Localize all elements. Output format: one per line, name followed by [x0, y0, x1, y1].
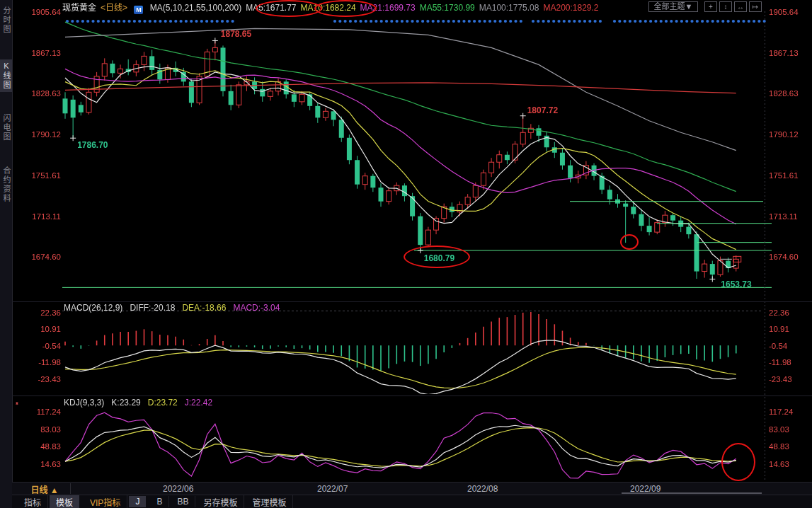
sidebar-item-3[interactable]: 闪电图: [0, 112, 12, 144]
left-axis-tick: 1905.64: [31, 8, 61, 16]
toolbar-tab-4[interactable]: J: [129, 496, 146, 507]
price-marker-label: 1680.79: [424, 253, 454, 263]
right-axis-tick: 1751.61: [769, 171, 799, 180]
left-axis-tick: 22.36: [40, 308, 61, 317]
zoom-vertical-icon[interactable]: ↕: [719, 1, 732, 12]
left-axis-tick: 1867.13: [31, 49, 61, 57]
left-axis-tick: -0.54: [42, 342, 61, 350]
chart-header: 现货黄金<日线> M MA(5,10,21,55,100,200)MA5:167…: [62, 1, 607, 12]
left-axis-tick: 1828.63: [31, 89, 61, 98]
macd-macd-value: MACD:-3.04: [233, 303, 280, 313]
macd-title: MACD(26,12,9): [64, 303, 122, 313]
ma-value-2: MA10:1682.24: [301, 3, 356, 13]
left-axis-tick: 1713.11: [32, 212, 61, 221]
left-sidebar: 分时图K线图闪电图合约资料: [0, 0, 13, 508]
macd-panel-header: MACD(26,12,9)DIFF:-20.18DEA:-18.66MACD:-…: [64, 303, 287, 313]
toolbar-tab-7[interactable]: 另存模板: [197, 495, 244, 508]
kdj-settings-icon[interactable]: *: [16, 401, 18, 409]
candlestick-chart-canvas[interactable]: [0, 0, 812, 508]
toolbar-tab-8[interactable]: 管理模板: [246, 495, 293, 508]
right-axis-tick: -23.43: [769, 375, 792, 383]
period-selector[interactable]: 日线 ▲: [19, 483, 71, 494]
price-marker-label: 1653.73: [721, 279, 751, 289]
ma-values: MA5:1671.77MA10:1682.24MA21:1699.73MA55:…: [246, 3, 602, 13]
left-axis-tick: 10.91: [40, 325, 61, 333]
right-axis-tick: 1867.13: [769, 49, 799, 57]
left-axis-tick: 1790.12: [31, 130, 61, 139]
ma-value-1: MA5:1671.77: [246, 3, 296, 13]
kdj-title: KDJ(9,3,3): [64, 398, 104, 408]
toolbar-tab-6[interactable]: BB: [171, 496, 195, 507]
shift-right-icon[interactable]: ↦: [749, 1, 762, 12]
sidebar-item-4[interactable]: 合约资料: [0, 164, 12, 205]
kdj-d-value: D:23.72: [148, 398, 178, 408]
price-marker-label: 1786.70: [77, 140, 108, 150]
toolbar-tab-2[interactable]: 模板: [50, 495, 79, 508]
left-axis-tick: 1674.60: [31, 253, 61, 261]
crosshair-icon[interactable]: +: [704, 1, 717, 12]
right-axis-tick: 83.03: [769, 425, 789, 434]
left-axis-tick: 48.83: [40, 442, 61, 451]
right-axis-tick: 1713.11: [769, 212, 798, 221]
left-axis-tick: 1751.61: [31, 171, 61, 180]
symbol-name: 现货黄金: [62, 3, 96, 13]
date-label: 2022/08: [467, 484, 498, 494]
panel-divider: [12, 396, 812, 396]
date-label: 2022/07: [317, 484, 348, 494]
bottom-toolbar: 指标模板VIP指标JBBB另存模板管理模板: [12, 495, 812, 508]
macd-dea-value: DEA:-18.66: [182, 303, 226, 313]
zoom-horizontal-icon[interactable]: ↔: [734, 1, 747, 12]
ma-value-5: MA100:1775.08: [479, 3, 539, 13]
kdj-j-value: J:22.42: [185, 398, 212, 408]
right-axis-tick: -11.98: [769, 358, 791, 366]
x-axis-date-row: 日线 ▲ 2022/062022/072022/082022/09: [12, 482, 812, 495]
toolbar-tab-5[interactable]: B: [150, 496, 169, 507]
right-axis-tick: -0.54: [769, 342, 787, 350]
kdj-k-value: K:23.29: [111, 398, 140, 408]
indicator-logo-icon: M: [134, 6, 143, 14]
toolbar-tab-1[interactable]: 指标: [18, 495, 48, 508]
left-axis-tick: 117.24: [37, 408, 61, 416]
sidebar-item-1[interactable]: 分时图: [0, 4, 12, 36]
right-axis-tick: 14.63: [769, 460, 789, 468]
left-axis-tick: 83.03: [40, 425, 61, 434]
kdj-panel-header: KDJ(9,3,3)K:23.29D:23.72J:22.42: [64, 398, 219, 408]
panel-divider: [12, 301, 812, 302]
right-axis-tick: 1790.12: [769, 130, 799, 139]
right-axis-tick: 1905.64: [769, 8, 799, 16]
date-label: 2022/06: [163, 484, 193, 494]
ma-value-3: MA21:1699.73: [360, 3, 416, 13]
x-axis-scrollbar[interactable]: [622, 492, 762, 494]
period-label[interactable]: <日线>: [101, 3, 127, 13]
macd-diff-value: DIFF:-20.18: [130, 303, 175, 313]
left-axis-tick: -23.43: [38, 375, 61, 383]
right-axis-tick: 10.91: [769, 325, 789, 333]
left-axis-tick: 14.63: [40, 460, 61, 468]
right-axis-tick: 1674.60: [769, 253, 799, 261]
right-axis-tick: 117.24: [769, 408, 793, 416]
all-themes-dropdown[interactable]: 全部主题▼: [648, 1, 698, 12]
ma-value-6: MA200:1829.2: [543, 3, 598, 13]
price-marker-label: 1807.72: [527, 105, 558, 115]
right-axis-tick: 48.83: [769, 442, 789, 451]
left-axis-tick: -11.98: [38, 358, 61, 366]
toolbar-tab-3[interactable]: VIP指标: [84, 495, 127, 508]
sidebar-item-2[interactable]: K线图: [0, 59, 12, 92]
period-arrow-icon: ▲: [50, 485, 59, 495]
ma-value-4: MA55:1730.99: [420, 3, 475, 13]
right-axis-tick: 1828.63: [769, 89, 799, 98]
price-marker-label: 1878.65: [221, 29, 251, 39]
right-axis-tick: 22.36: [769, 308, 789, 317]
ma-setting-label: MA(5,10,21,55,100,200): [150, 3, 241, 13]
period-text: 日线: [30, 485, 47, 495]
trading-app-window: 分时图K线图闪电图合约资料 现货黄金<日线> M MA(5,10,21,55,1…: [0, 0, 812, 508]
